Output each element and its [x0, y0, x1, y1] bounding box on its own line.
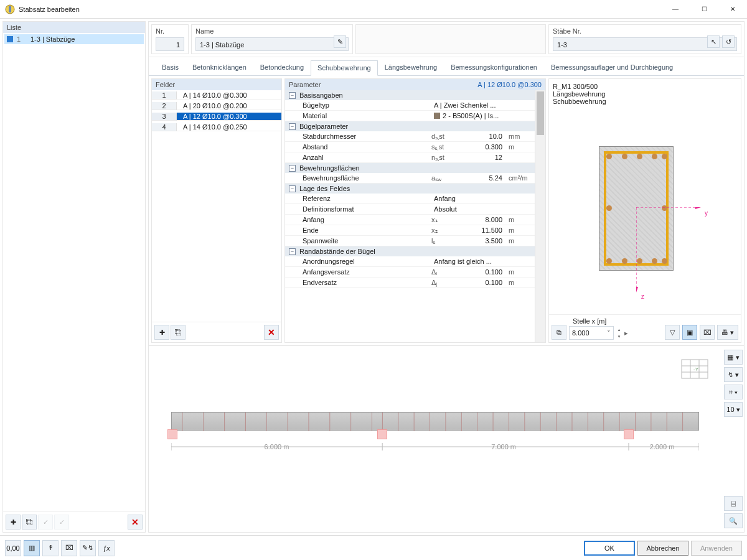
name-label: Name — [195, 27, 349, 35]
stelle-spinner[interactable]: ▲▼ — [616, 326, 622, 340]
pencil-button[interactable]: ✎↯ — [80, 540, 96, 556]
param-row[interactable]: BügeltypA | Zwei Schenkel ... — [285, 100, 535, 111]
beam-side-toolbar: ▦ ▾ ↯ ▾ ⌗ ▾ 10 ▾ ⌸ 🔍 — [721, 346, 744, 532]
section-panel: R_M1 300/500 Längsbewehrung Schubbewehru… — [548, 78, 741, 343]
felder-row-4[interactable]: 4A | 14 Ø10.0 @0.250 — [152, 122, 281, 133]
param-row[interactable]: Bewehrungsflächeasw5.24cm²/m — [285, 173, 535, 184]
check-down-button[interactable]: ✓ — [38, 515, 53, 530]
duplicate-button[interactable]: ⿻ — [22, 515, 37, 530]
color-button[interactable]: ▥ — [24, 540, 40, 556]
param-row[interactable]: AnordnungsregelAnfang ist gleich ... — [285, 256, 535, 267]
view-zoom-button[interactable]: 🔍 — [724, 513, 743, 528]
stabe-reset-button[interactable]: ↺ — [722, 35, 735, 48]
apply-button[interactable]: Anwenden — [691, 541, 742, 556]
parameter-header-label: Parameter — [289, 81, 321, 88]
param-row[interactable]: Endex₂11.500m — [285, 225, 535, 236]
param-row[interactable]: AnfangsversatzΔi0.100m — [285, 267, 535, 278]
section-print-button[interactable]: 🖶 ▾ — [717, 325, 738, 340]
svg-marker-5 — [636, 287, 638, 292]
stelle-label: Stelle x [m] — [573, 317, 662, 325]
graph-button[interactable]: ⌧ — [61, 540, 77, 556]
param-row[interactable]: ReferenzAnfang — [285, 194, 535, 204]
arrow-button[interactable]: ↟ — [42, 540, 59, 556]
tree-item-1[interactable]: 1 1-3 | Stabzüge — [4, 34, 144, 44]
view-scale-button[interactable]: 10 ▾ — [724, 402, 743, 417]
maximize-button[interactable]: ☐ — [690, 0, 718, 18]
param-group[interactable]: −Basisangaben — [285, 90, 535, 100]
param-row[interactable]: Material2 - B500S(A) | Is... — [285, 111, 535, 121]
section-layer-button[interactable]: ⧉ — [552, 325, 566, 340]
stabe-box: Stäbe Nr. 1-3 ↖ ↺ — [548, 24, 741, 54]
parameter-header-right: A | 12 Ø10.0 @0.300 — [477, 81, 542, 88]
param-row[interactable]: Anzahlns,st12 — [285, 152, 535, 163]
nr-label: Nr. — [156, 27, 184, 35]
section-info: R_M1 300/500 Längsbewehrung Schubbewehru… — [549, 79, 741, 109]
felder-delete-button[interactable]: ✕ — [264, 325, 279, 340]
name-edit-button[interactable]: ✎ — [334, 35, 346, 48]
fx-button[interactable]: ƒx — [98, 540, 115, 556]
view-extra-button[interactable]: ⌸ — [724, 496, 743, 511]
view-axis-button[interactable]: ↯ ▾ — [724, 367, 743, 382]
nr-field[interactable]: 1 — [156, 37, 184, 51]
color-swatch-icon — [7, 36, 13, 42]
axis-y-label: y — [705, 210, 708, 217]
stelle-input[interactable]: 8.000˅ — [569, 326, 614, 340]
units-button[interactable]: 0,00 — [5, 540, 21, 556]
new-button[interactable]: ✚ — [6, 515, 21, 530]
beam-viewer[interactable]: -Y 6.000 m 7.000 m 2.000 m — [153, 350, 718, 528]
tab-laengsbewehrung[interactable]: Längsbewehrung — [378, 60, 444, 75]
felder-row-2[interactable]: 2A | 20 Ø10.0 @0.200 — [152, 101, 281, 111]
param-row[interactable]: Stabdurchmesserds,st10.0mm — [285, 131, 535, 142]
support-handle-1[interactable] — [167, 429, 177, 439]
felder-row-1[interactable]: 1A | 14 Ø10.0 @0.300 — [152, 90, 281, 101]
support-handle-2[interactable] — [377, 429, 387, 439]
support-handle-3[interactable] — [624, 429, 634, 439]
param-row[interactable]: EndversatzΔj0.100m — [285, 278, 535, 288]
tab-bemessungskonfigurationen[interactable]: Bemessungskonfigurationen — [444, 60, 544, 75]
view-grid-button[interactable]: ⌗ ▾ — [724, 385, 743, 399]
section-footer: ⧉ Stelle x [m] 8.000˅ ▲▼ ▸ ▽ ▣ ⌧ 🖶 ▾ — [549, 314, 741, 342]
felder-new-button[interactable]: ✚ — [154, 325, 169, 340]
parameter-scrollbar[interactable] — [535, 90, 545, 342]
name-field[interactable]: 1-3 | Stabzüge — [195, 37, 349, 51]
sidebar-toolbar: ✚ ⿻ ✓ ✓ ✕ — [3, 511, 145, 532]
delete-button[interactable]: ✕ — [128, 515, 143, 530]
section-filter-button[interactable]: ▽ — [665, 325, 680, 340]
parameter-header: Parameter A | 12 Ø10.0 @0.300 — [285, 79, 545, 90]
tab-betonknicklaengen[interactable]: Betonknicklängen — [186, 60, 253, 75]
cancel-button[interactable]: Abbrechen — [637, 541, 688, 556]
view-cube[interactable]: -Y — [680, 357, 709, 381]
param-row[interactable]: Anfangx₁8.000m — [285, 215, 535, 225]
felder-duplicate-button[interactable]: ⿻ — [171, 325, 186, 340]
minimize-button[interactable]: — — [661, 0, 690, 18]
param-row[interactable]: Spannweitels3.500m — [285, 236, 535, 246]
close-button[interactable]: ✕ — [718, 0, 747, 18]
param-group[interactable]: −Bügelparameter — [285, 121, 535, 131]
param-row[interactable]: Abstandss,st0.300m — [285, 142, 535, 152]
tab-basis[interactable]: Basis — [155, 60, 186, 75]
ok-button[interactable]: OK — [584, 541, 635, 556]
param-group[interactable]: −Randabstände der Bügel — [285, 246, 535, 256]
param-row[interactable]: DefinitionsformatAbsolut — [285, 204, 535, 215]
parameter-body: −BasisangabenBügeltypA | Zwei Schenkel .… — [285, 90, 545, 342]
section-viewer[interactable]: y z — [549, 109, 741, 314]
name-box: Name 1-3 | Stabzüge ✎ — [191, 24, 353, 54]
check-up-button[interactable]: ✓ — [54, 515, 69, 530]
tab-betondeckung[interactable]: Betondeckung — [253, 60, 311, 75]
tabs: Basis Betonknicklängen Betondeckung Schu… — [149, 57, 744, 76]
tab-bemessungsauflager[interactable]: Bemessungsauflager und Durchbiegung — [544, 60, 680, 75]
stabe-pick-button[interactable]: ↖ — [707, 35, 720, 48]
view-cube-button[interactable]: ▦ ▾ — [724, 350, 743, 365]
member-set-tree: 1 1-3 | Stabzüge — [3, 33, 145, 511]
param-group[interactable]: −Lage des Feldes — [285, 184, 535, 194]
axis-z-label: z — [641, 293, 644, 300]
param-group[interactable]: −Bewehrungsflächen — [285, 163, 535, 173]
window-title: Stabsatz bearbeiten — [19, 6, 661, 13]
felder-row-3[interactable]: 3A | 12 Ø10.0 @0.300 — [152, 111, 281, 122]
felder-toolbar: ✚ ⿻ ✕ — [152, 322, 281, 342]
section-plot-button[interactable]: ⌧ — [700, 325, 715, 340]
felder-header: Felder — [152, 79, 281, 90]
svg-text:-Y: -Y — [693, 366, 699, 372]
section-crop-button[interactable]: ▣ — [682, 325, 697, 340]
tab-schubbewehrung[interactable]: Schubbewehrung — [311, 60, 378, 76]
